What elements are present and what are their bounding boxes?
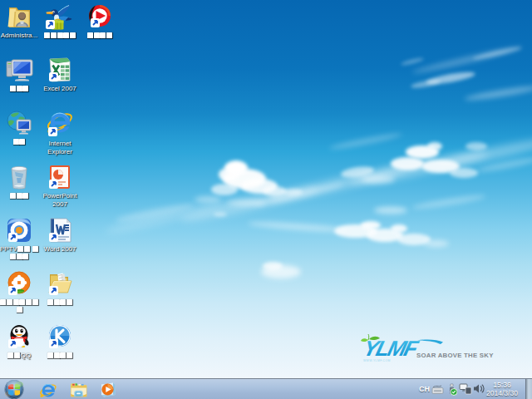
svg-text:WWW.YLMF.COM: WWW.YLMF.COM [363,359,391,362]
svg-text:YLMF: YLMF [361,336,421,361]
svg-text:SOAR ABOVE THE SKY: SOAR ABOVE THE SKY [416,352,494,359]
